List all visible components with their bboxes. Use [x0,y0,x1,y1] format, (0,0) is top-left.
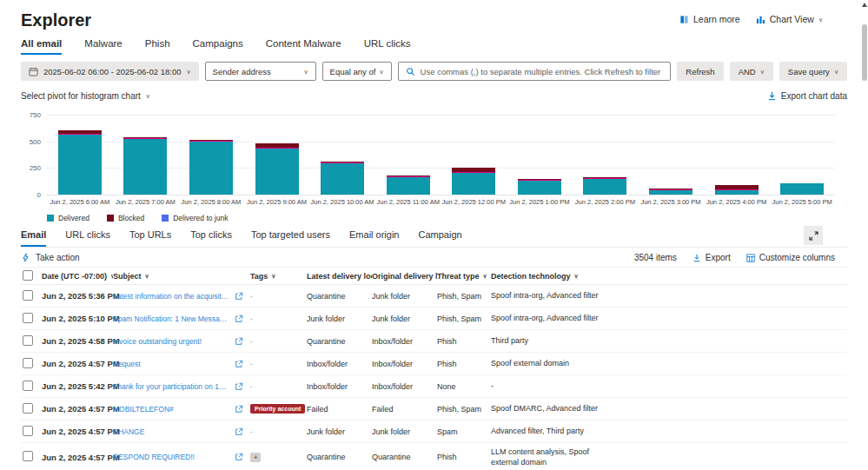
row-checkbox[interactable] [23,426,33,436]
column-header-tags[interactable]: Tags∨ [250,272,307,281]
subject-link[interactable]: Thank for your participation on 17/06/20… [113,382,229,391]
tab-malware[interactable]: Malware [84,38,122,55]
operator-dropdown[interactable]: Equal any of ∨ [322,62,392,81]
row-subject-cell: MOBILTELEFON# [113,405,250,414]
scroll-up-arrow-icon[interactable] [862,3,867,7]
stacked-bar-jun-2-2025-11-00-am[interactable] [387,175,430,195]
row-original-delivery-location: Quarantine [372,453,437,461]
and-dropdown[interactable]: AND ∨ [730,62,773,81]
subject-link[interactable]: Latest information on the acquisition [113,292,229,301]
detail-tab-url-clicks[interactable]: URL clicks [65,229,110,247]
bar-slot [704,185,770,195]
open-in-new-icon[interactable] [235,405,243,414]
column-header-original-delivery-loc[interactable]: Original delivery loc...∨ [372,272,437,281]
open-in-new-icon[interactable] [235,314,243,323]
tab-content-malware[interactable]: Content Malware [266,38,341,55]
stacked-bar-jun-2-2025-7-00-am[interactable] [123,137,167,195]
calendar-icon [29,67,38,76]
column-header-subject[interactable]: Subject∨ [113,272,250,281]
table-row[interactable]: Jun 2, 2025 4:58 PM Invoice outstanding … [21,330,847,353]
learn-more-link[interactable]: Learn more [679,14,740,24]
row-checkbox[interactable] [23,451,33,461]
open-in-new-icon[interactable] [235,360,243,368]
filter-value-searchbox[interactable] [398,62,672,81]
row-checkbox[interactable] [23,290,33,301]
scrollbar-thumb[interactable] [862,24,867,81]
stacked-bar-jun-2-2025-8-00-am[interactable] [189,140,233,195]
table-row[interactable]: Jun 2, 2025 5:42 PM Thank for your parti… [21,375,847,398]
customize-columns-button[interactable]: Customize columns [746,253,835,262]
stacked-bar-jun-2-2025-3-00-pm[interactable] [649,189,692,195]
row-checkbox[interactable] [23,358,33,368]
stacked-bar-jun-2-2025-6-00-am[interactable] [58,130,102,195]
tab-phish[interactable]: Phish [145,38,170,55]
save-query-dropdown[interactable]: Save query ∨ [779,62,847,81]
table-row[interactable]: Jun 2, 2025 4:57 PM RESPOND REQUIRED!! +… [21,443,847,470]
legend-item-delivered-to-junk[interactable]: Delivered to junk [162,214,228,222]
open-in-new-icon[interactable] [235,427,243,436]
legend-item-blocked[interactable]: Blocked [107,214,144,222]
toolbar-right: 3504 items Export Customize columns [634,253,835,262]
row-checkbox[interactable] [23,381,33,391]
open-in-new-icon[interactable] [235,453,243,461]
subject-link[interactable]: Request [113,360,229,368]
open-in-new-icon[interactable] [235,292,243,301]
y-axis-label: 250 [30,164,41,172]
stacked-bar-jun-2-2025-10-00-am[interactable] [321,162,364,195]
subject-link[interactable]: Invoice outstanding urgent! [113,337,229,346]
refresh-button[interactable]: Refresh [677,62,723,81]
table-row[interactable]: Jun 2, 2025 4:57 PM Request - Inbox/fold… [21,353,847,375]
open-in-new-icon[interactable] [235,382,243,391]
table-row[interactable]: Jun 2, 2025 4:57 PM CHANGE - Junk folder… [21,420,847,443]
detail-tab-top-clicks[interactable]: Top clicks [190,229,232,247]
export-chart-data-button[interactable]: Export chart data [767,91,847,101]
vertical-scrollbar[interactable] [860,0,868,470]
stacked-bar-jun-2-2025-12-00-pm[interactable] [452,168,495,195]
detail-tab-email[interactable]: Email [21,229,46,247]
subject-link[interactable]: MOBILTELEFON# [113,405,229,414]
column-header-detection-technology[interactable]: Detection technology∨ [491,272,847,281]
row-detection-technology: - [491,377,613,394]
export-button[interactable]: Export [692,253,731,262]
detail-tab-email-origin[interactable]: Email origin [349,229,399,247]
subject-link[interactable]: RESPOND REQUIRED!! [113,453,229,461]
expand-button[interactable] [804,226,823,245]
subject-link[interactable]: Spam Notification: 1 New Messages [113,314,229,323]
field-selector-dropdown[interactable]: Sender address ∨ [205,62,316,81]
row-checkbox[interactable] [23,403,33,414]
open-in-new-icon[interactable] [235,337,243,346]
chart-view-dropdown[interactable]: Chart View ∨ [756,14,823,24]
detail-tab-campaign[interactable]: Campaign [418,229,461,247]
table-row[interactable]: Jun 2, 2025 5:10 PM Spam Notification: 1… [21,308,847,330]
stacked-bar-jun-2-2025-2-00-pm[interactable] [583,177,626,195]
legend-item-delivered[interactable]: Delivered [47,214,89,222]
column-header-latest-delivery-locat[interactable]: Latest delivery locat...∨ [307,272,372,281]
bar-segment-delivered [715,190,759,195]
tab-all-email[interactable]: All email [21,38,62,55]
subject-link[interactable]: CHANGE [113,427,229,436]
table-row[interactable]: Jun 2, 2025 4:57 PM MOBILTELEFON# Priori… [21,398,847,420]
bar-slot [178,140,244,195]
stacked-bar-jun-2-2025-4-00-pm[interactable] [715,185,759,195]
row-latest-delivery-location: Quarantine [307,453,372,461]
detail-tab-top-targeted-users[interactable]: Top targeted users [251,229,330,247]
stacked-bar-jun-2-2025-9-00-am[interactable] [255,143,299,195]
row-checkbox[interactable] [23,335,33,346]
stacked-bar-jun-2-2025-1-00-pm[interactable] [518,179,561,195]
filter-value-input[interactable] [421,67,664,76]
date-range-picker[interactable]: 2025-06-02 06:00 - 2025-06-02 18:00 ∨ [21,62,199,81]
column-header-threat-type[interactable]: Threat type∨ [437,272,491,281]
select-all-checkbox[interactable] [23,270,33,281]
row-checkbox[interactable] [23,313,33,323]
column-header-date-utc-07-00[interactable]: Date (UTC -07:00)∨ [42,272,113,281]
row-latest-delivery-location: Inbox/folder [307,382,372,391]
explorer-page: Explorer Learn more Chart View ∨ All ema… [0,0,868,470]
tab-url-clicks[interactable]: URL clicks [364,38,411,55]
detail-tab-top-urls[interactable]: Top URLs [129,229,171,247]
table-row[interactable]: Jun 2, 2025 5:36 PM Latest information o… [21,285,847,308]
tab-campaigns[interactable]: Campaigns [193,38,243,55]
tag-chip[interactable]: + [250,453,261,462]
stacked-bar-jun-2-2025-5-00-pm[interactable] [780,183,824,195]
take-action-button[interactable]: Take action [21,253,80,262]
pivot-selector-dropdown[interactable]: Select pivot for histogram chart ∨ [21,91,150,101]
